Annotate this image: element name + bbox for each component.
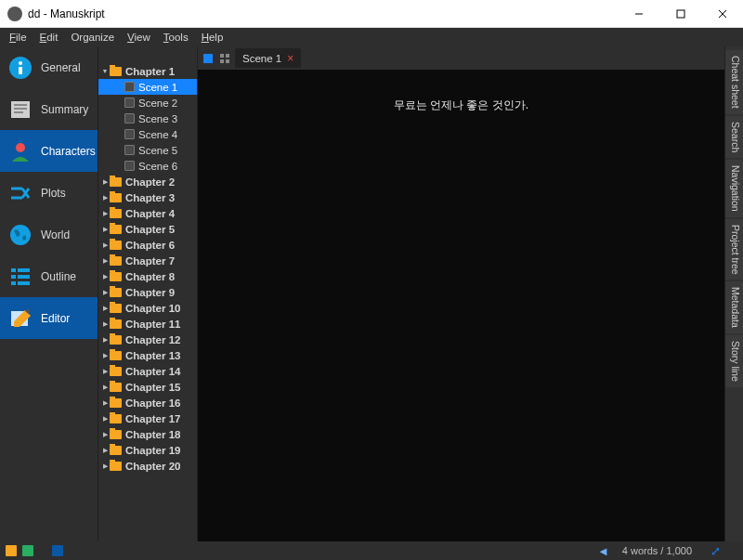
menu-organize[interactable]: Organize bbox=[65, 31, 120, 44]
mode-label: General bbox=[41, 61, 81, 74]
svg-rect-14 bbox=[18, 268, 30, 272]
tree-chapter[interactable]: ▶Chapter 7 bbox=[98, 253, 197, 268]
tab-close-icon[interactable]: × bbox=[287, 52, 293, 65]
menubar: File Edit Organize View Tools Help bbox=[0, 28, 743, 46]
svg-rect-10 bbox=[14, 111, 23, 113]
svg-rect-22 bbox=[220, 54, 224, 58]
tree-chapter[interactable]: ▶Chapter 17 bbox=[98, 410, 197, 426]
dock-tab-cheat-sheet[interactable]: Cheat sheet bbox=[725, 50, 743, 114]
tree-chapter[interactable]: ▶Chapter 3 bbox=[98, 189, 197, 205]
dock-tab-story-line[interactable]: Story line bbox=[725, 335, 743, 387]
tree-chapter[interactable]: ▶Chapter 14 bbox=[98, 363, 197, 379]
status-folder-icon[interactable] bbox=[6, 545, 17, 556]
dock-tab-metadata[interactable]: Metadata bbox=[725, 281, 743, 333]
editor-textarea[interactable]: 무료는 언제나 좋은 것인가. bbox=[198, 70, 724, 541]
svg-rect-16 bbox=[18, 275, 30, 279]
mode-label: Summary bbox=[41, 103, 88, 116]
nav-grid-icon[interactable] bbox=[218, 52, 231, 65]
tree-scene[interactable]: Scene 3 bbox=[98, 111, 197, 126]
svg-rect-21 bbox=[203, 54, 213, 63]
mode-label: Characters bbox=[41, 145, 96, 158]
maximize-button[interactable] bbox=[659, 0, 701, 28]
tree-chapter[interactable]: ▶Chapter 6 bbox=[98, 237, 197, 253]
mode-sidebar: General Summary Characters Plots World O… bbox=[0, 46, 98, 541]
editor-tabbar: Scene 1 × bbox=[198, 46, 724, 70]
svg-point-12 bbox=[10, 225, 31, 245]
svg-rect-18 bbox=[18, 281, 30, 285]
status-compile-icon[interactable] bbox=[52, 545, 63, 556]
tree-chapter[interactable]: ▶Chapter 5 bbox=[98, 221, 197, 237]
svg-rect-25 bbox=[226, 59, 229, 63]
svg-rect-17 bbox=[11, 281, 16, 285]
right-dock: Cheat sheetSearchNavigationProject treeM… bbox=[724, 46, 743, 541]
editor-back-icon[interactable]: ◄ bbox=[597, 544, 609, 558]
editor-area: Scene 1 × 무료는 언제나 좋은 것인가. bbox=[198, 46, 724, 541]
tree-chapter[interactable]: ▼Chapter 1 bbox=[98, 63, 197, 79]
tree-scene[interactable]: Scene 2 bbox=[98, 95, 197, 111]
svg-rect-24 bbox=[220, 59, 224, 63]
mode-label: World bbox=[41, 228, 70, 241]
mode-label: Plots bbox=[41, 187, 66, 200]
mode-outline[interactable]: Outline bbox=[0, 255, 98, 297]
tree-scene[interactable]: Scene 4 bbox=[98, 126, 197, 142]
fullscreen-icon[interactable]: ⤢ bbox=[710, 544, 721, 558]
mode-label: Editor bbox=[41, 312, 70, 325]
tree-scene[interactable]: Scene 5 bbox=[98, 142, 197, 158]
tree-chapter[interactable]: ▶Chapter 9 bbox=[98, 284, 197, 300]
tree-chapter[interactable]: ▶Chapter 2 bbox=[98, 174, 197, 189]
tree-scene[interactable]: Scene 6 bbox=[98, 158, 197, 174]
dock-tab-search[interactable]: Search bbox=[725, 116, 743, 158]
tree-chapter[interactable]: ▶Chapter 8 bbox=[98, 268, 197, 284]
close-button[interactable] bbox=[701, 0, 743, 28]
status-doc-icon[interactable] bbox=[22, 545, 33, 556]
window-title: dd - Manuskript bbox=[28, 7, 105, 20]
tree-chapter[interactable]: ▶Chapter 15 bbox=[98, 379, 197, 395]
dock-tab-navigation[interactable]: Navigation bbox=[725, 160, 743, 217]
menu-tools[interactable]: Tools bbox=[158, 31, 194, 44]
svg-rect-9 bbox=[14, 108, 27, 110]
mode-label: Outline bbox=[41, 270, 76, 283]
svg-rect-8 bbox=[14, 104, 27, 106]
tree-chapter[interactable]: ▶Chapter 10 bbox=[98, 300, 197, 316]
tree-chapter[interactable]: ▶Chapter 4 bbox=[98, 205, 197, 221]
tree-scene[interactable]: Scene 1 bbox=[98, 79, 197, 95]
tree-chapter[interactable]: ▶Chapter 19 bbox=[98, 442, 197, 458]
svg-point-11 bbox=[16, 143, 25, 152]
svg-rect-6 bbox=[19, 67, 22, 74]
tree-chapter[interactable]: ▶Chapter 13 bbox=[98, 347, 197, 363]
menu-help[interactable]: Help bbox=[196, 31, 229, 44]
tree-chapter[interactable]: ▶Chapter 11 bbox=[98, 316, 197, 332]
mode-plots[interactable]: Plots bbox=[0, 172, 98, 214]
minimize-button[interactable] bbox=[618, 0, 659, 28]
tab-label: Scene 1 bbox=[242, 53, 281, 64]
titlebar: dd - Manuskript bbox=[0, 0, 743, 28]
tree-chapter[interactable]: ▶Chapter 16 bbox=[98, 395, 197, 410]
tree-chapter[interactable]: ▶Chapter 18 bbox=[98, 426, 197, 442]
mode-editor[interactable]: Editor bbox=[0, 297, 98, 339]
svg-rect-13 bbox=[11, 268, 16, 272]
menu-view[interactable]: View bbox=[122, 31, 156, 44]
dock-tab-project-tree[interactable]: Project tree bbox=[725, 219, 743, 280]
mode-general[interactable]: General bbox=[0, 46, 98, 88]
tree-chapter[interactable]: ▶Chapter 12 bbox=[98, 332, 197, 347]
mode-summary[interactable]: Summary bbox=[0, 88, 98, 130]
svg-rect-23 bbox=[226, 54, 229, 58]
editor-text: 무료는 언제나 좋은 것인가. bbox=[198, 98, 724, 113]
svg-rect-5 bbox=[19, 61, 22, 65]
menu-edit[interactable]: Edit bbox=[34, 31, 64, 44]
svg-rect-15 bbox=[11, 275, 16, 279]
nav-card-icon[interactable] bbox=[202, 52, 215, 65]
tree-chapter[interactable]: ▶Chapter 20 bbox=[98, 458, 197, 474]
svg-rect-1 bbox=[677, 10, 684, 18]
menu-file[interactable]: File bbox=[4, 31, 33, 44]
mode-characters[interactable]: Characters bbox=[0, 130, 98, 172]
app-icon bbox=[7, 7, 22, 21]
mode-world[interactable]: World bbox=[0, 214, 98, 255]
word-count: 4 words / 1,000 bbox=[622, 545, 692, 556]
editor-tab[interactable]: Scene 1 × bbox=[235, 48, 301, 68]
statusbar: ◄ 4 words / 1,000 ⤢ bbox=[0, 541, 743, 560]
outline-tree[interactable]: ▼Chapter 1Scene 1Scene 2Scene 3Scene 4Sc… bbox=[98, 46, 198, 541]
